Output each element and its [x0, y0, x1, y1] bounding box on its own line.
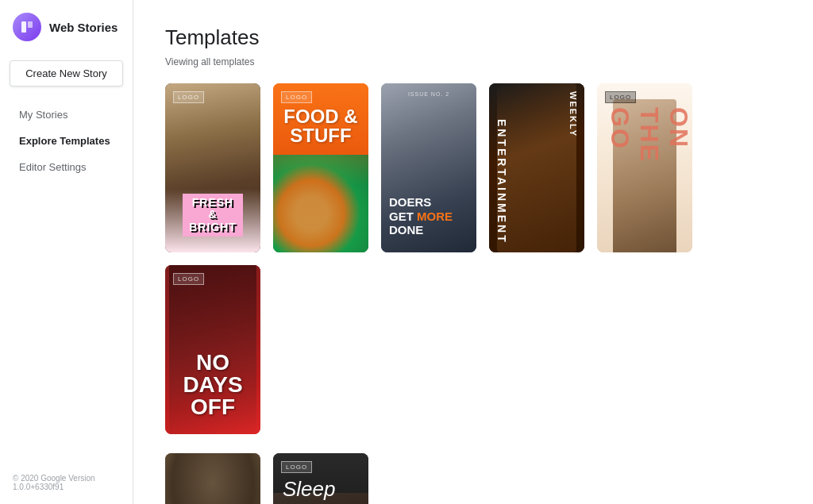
template-no-days-off[interactable]: LOGO NODAYSOFF — [165, 265, 260, 434]
templates-row-1: LOGO FRESH&BRIGHT LOGO Food &Stuff ISSUE… — [165, 83, 781, 434]
fresh-bright-text: FRESH&BRIGHT — [165, 194, 260, 237]
food-stuff-title: Food &Stuff — [273, 107, 368, 145]
template-sleep[interactable]: LOGO Sleep — [273, 453, 368, 504]
sidebar-nav: My Stories Explore Templates Editor Sett… — [10, 102, 123, 179]
app-title: Web Stories — [49, 21, 118, 34]
fashion-logo: LOGO — [605, 91, 636, 103]
version-footer: © 2020 Google Version 1.0.0+6330f91 — [10, 474, 123, 491]
doers-issue: ISSUE NO. 2 — [408, 91, 449, 97]
svg-rect-1 — [28, 21, 33, 28]
weekly-text: WEEKLY — [568, 91, 578, 137]
template-doers[interactable]: ISSUE NO. 2 DOERSGET MOREDONE — [381, 83, 476, 252]
viewing-label: Viewing all templates — [165, 56, 781, 67]
sidebar-item-explore-templates[interactable]: Explore Templates — [10, 129, 123, 153]
create-new-story-button[interactable]: Create New Story — [10, 60, 123, 87]
sleep-logo: LOGO — [281, 461, 312, 473]
sidebar-item-editor-settings[interactable]: Editor Settings — [10, 155, 123, 179]
template-thailand[interactable]: EXPERIENCE THAILAND LOGO — [165, 453, 260, 504]
main-content: Templates Viewing all templates LOGO FRE… — [133, 0, 813, 504]
no-days-logo: LOGO — [173, 273, 204, 285]
no-days-text: NODAYSOFF — [165, 352, 260, 418]
template-fresh-bright[interactable]: LOGO FRESH&BRIGHT — [165, 83, 260, 252]
fashion-text: FASHIONONTHEGO — [605, 107, 692, 231]
entertainment-text: ENTERTAINMENT — [495, 119, 508, 244]
templates-row-2: EXPERIENCE THAILAND LOGO LOGO Sleep — [165, 453, 781, 504]
page-title: Templates — [165, 25, 781, 50]
food-stuff-logo: LOGO — [281, 91, 312, 103]
svg-rect-0 — [21, 21, 26, 33]
logo-icon — [13, 13, 41, 41]
sleep-text: Sleep — [283, 477, 336, 502]
fresh-bright-logo: LOGO — [173, 91, 204, 103]
template-weekly-entertainment[interactable]: WEEKLY ENTERTAINMENT — [489, 83, 584, 252]
sidebar-item-my-stories[interactable]: My Stories — [10, 102, 123, 127]
app-logo: Web Stories — [10, 13, 123, 41]
sidebar: Web Stories Create New Story My Stories … — [0, 0, 133, 504]
template-fashion-go[interactable]: LOGO FASHIONONTHEGO — [597, 83, 692, 252]
doers-text: DOERSGET MOREDONE — [389, 195, 468, 237]
template-food-stuff[interactable]: LOGO Food &Stuff — [273, 83, 368, 252]
